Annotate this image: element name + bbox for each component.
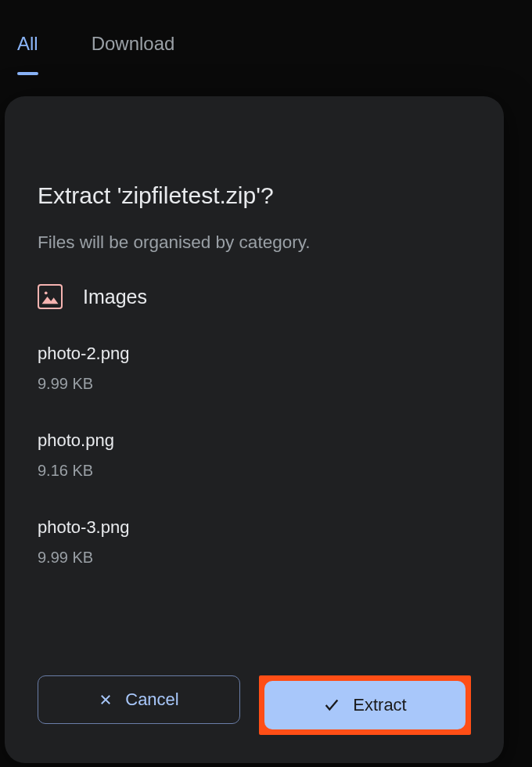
dialog-subtitle: Files will be organised by category. bbox=[38, 232, 471, 253]
extract-dialog: Extract 'zipfiletest.zip'? Files will be… bbox=[5, 96, 504, 763]
category-header: Images bbox=[38, 284, 471, 309]
file-size: 9.99 KB bbox=[38, 375, 471, 393]
list-item: photo-2.png 9.99 KB bbox=[38, 344, 471, 393]
list-item: photo-3.png 9.99 KB bbox=[38, 517, 471, 567]
extract-button[interactable]: Extract bbox=[264, 681, 466, 729]
cancel-label: Cancel bbox=[125, 690, 178, 710]
extract-button-highlight: Extract bbox=[259, 675, 471, 735]
list-item: photo.png 9.16 KB bbox=[38, 430, 471, 480]
check-icon bbox=[323, 697, 340, 714]
close-icon bbox=[99, 693, 113, 707]
file-size: 9.99 KB bbox=[38, 549, 471, 567]
tabs-bar: All Download bbox=[0, 0, 532, 70]
svg-point-0 bbox=[45, 291, 48, 294]
file-name: photo.png bbox=[38, 430, 471, 451]
file-list: photo-2.png 9.99 KB photo.png 9.16 KB ph… bbox=[38, 344, 471, 567]
file-name: photo-3.png bbox=[38, 517, 471, 538]
file-size: 9.16 KB bbox=[38, 462, 471, 480]
extract-label: Extract bbox=[353, 695, 406, 715]
cancel-button[interactable]: Cancel bbox=[38, 675, 240, 724]
file-name: photo-2.png bbox=[38, 344, 471, 364]
category-label: Images bbox=[83, 286, 147, 308]
image-icon bbox=[38, 284, 63, 309]
dialog-title: Extract 'zipfiletest.zip'? bbox=[38, 182, 471, 209]
tab-download[interactable]: Download bbox=[92, 33, 175, 70]
tab-all[interactable]: All bbox=[17, 33, 38, 70]
button-row: Cancel Extract bbox=[38, 675, 471, 735]
